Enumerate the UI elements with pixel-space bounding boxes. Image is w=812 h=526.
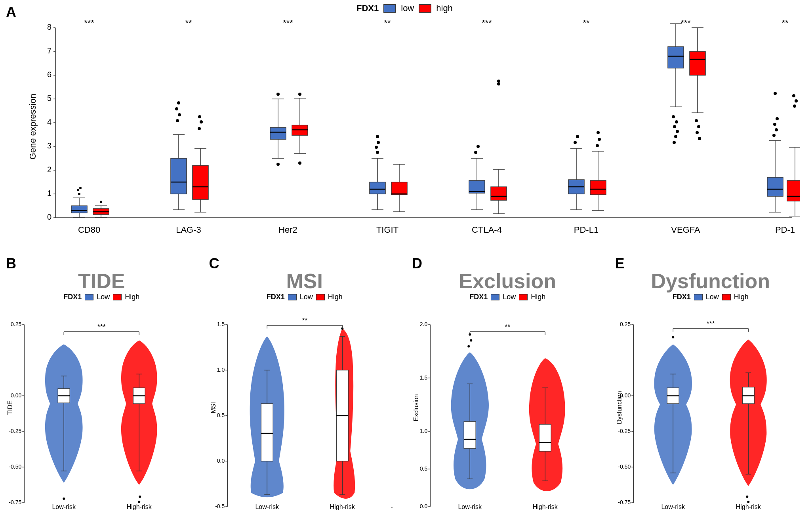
svg-text:2.0: 2.0 [420, 321, 428, 327]
svg-point-111 [477, 145, 480, 148]
svg-point-147 [674, 135, 677, 138]
svg-text:-0.75: -0.75 [9, 499, 21, 505]
svg-text:-0.50: -0.50 [618, 463, 631, 470]
svg-text:***: *** [97, 323, 106, 331]
svg-text:0.5: 0.5 [420, 465, 428, 472]
svg-point-69 [198, 127, 201, 130]
svg-point-96 [377, 141, 380, 144]
svg-text:PD-1: PD-1 [775, 225, 795, 235]
panel-d-high-label: High [531, 293, 545, 301]
panel-c-low-box [288, 294, 297, 300]
panel-a: A FDX1 low high Gene expression 0 1 2 [0, 0, 812, 245]
svg-point-110 [474, 151, 477, 154]
svg-rect-265 [539, 424, 551, 451]
svg-text:3: 3 [47, 141, 51, 150]
panel-c-low-label: Low [300, 293, 313, 301]
svg-rect-151 [690, 51, 705, 75]
svg-text:**: ** [185, 18, 192, 28]
svg-text:***: *** [680, 18, 691, 28]
svg-point-262 [467, 345, 470, 348]
svg-point-71 [198, 115, 201, 118]
svg-point-78 [276, 93, 280, 96]
svg-text:0.00: 0.00 [11, 392, 21, 399]
svg-text:***: *** [482, 18, 492, 28]
svg-point-87 [298, 161, 301, 165]
svg-text:1.5: 1.5 [420, 374, 428, 381]
svg-text:Low-risk: Low-risk [255, 503, 279, 510]
svg-text:-0.50: -0.50 [9, 463, 21, 470]
svg-point-166 [775, 128, 778, 131]
svg-point-62 [177, 101, 180, 104]
panel-d: D Exclusion FDX1 Low High Exclusion 2.0 … [406, 253, 609, 526]
svg-text:***: *** [706, 320, 715, 328]
panel-e-legend: FDX1 Low High [673, 293, 749, 301]
svg-text:***: *** [283, 18, 293, 28]
svg-point-126 [576, 135, 579, 138]
svg-text:-0.25: -0.25 [9, 428, 21, 434]
svg-point-70 [200, 120, 203, 123]
panel-e-violin: Dysfunction 0.25 0.00 -0.25 -0.50 -0.75 [609, 305, 812, 511]
panel-e-high-label: High [734, 293, 749, 301]
panel-b-high-box [113, 294, 122, 300]
svg-rect-172 [787, 180, 800, 201]
panel-e-high-box [722, 294, 731, 300]
svg-point-145 [673, 125, 676, 128]
svg-point-157 [696, 131, 699, 134]
svg-point-95 [375, 146, 378, 149]
svg-rect-114 [491, 187, 507, 200]
svg-text:-0.25: -0.25 [618, 428, 631, 434]
svg-point-134 [598, 138, 601, 141]
svg-point-52 [100, 201, 102, 203]
svg-text:**: ** [782, 18, 789, 28]
panel-d-violin: Exclusion 2.0 1.5 1.0 0.5 0.0 [406, 305, 609, 511]
svg-text:1.5: 1.5 [217, 321, 225, 327]
svg-point-143 [672, 115, 675, 118]
panel-d-low-label: Low [503, 293, 516, 301]
panel-c-high-box [316, 294, 325, 300]
svg-rect-65 [193, 165, 208, 199]
svg-point-168 [776, 117, 779, 120]
svg-text:Exclusion: Exclusion [413, 394, 419, 421]
panel-a-label: A [6, 4, 16, 21]
panel-e-low-box [694, 294, 703, 300]
svg-text:High-risk: High-risk [533, 503, 558, 510]
svg-text:TIDE: TIDE [7, 401, 13, 415]
svg-point-176 [792, 94, 795, 97]
svg-rect-139 [668, 47, 684, 68]
svg-point-97 [376, 135, 379, 138]
svg-point-303 [746, 496, 748, 498]
svg-text:**: ** [583, 18, 590, 28]
panel-b-title: TIDE [78, 269, 125, 293]
panel-c-legend: FDX1 Low High [267, 293, 343, 301]
svg-text:High-risk: High-risk [736, 503, 761, 510]
panel-e-fdx1: FDX1 [673, 293, 691, 301]
svg-point-61 [175, 107, 178, 110]
svg-text:-0.75: -0.75 [618, 499, 631, 505]
svg-text:Low-risk: Low-risk [52, 503, 76, 510]
panel-b-legend: FDX1 Low High [63, 293, 139, 301]
chart-a-svg: Gene expression 0 1 2 3 4 5 6 7 8 [24, 8, 800, 241]
svg-point-136 [497, 80, 500, 83]
panel-c-high-label: High [328, 293, 343, 301]
svg-text:5: 5 [47, 94, 51, 103]
svg-point-167 [773, 123, 776, 126]
svg-text:6: 6 [47, 70, 51, 79]
panel-c-title: MSI [286, 269, 323, 293]
panel-e-low-label: Low [706, 293, 719, 301]
svg-text:1.0: 1.0 [217, 366, 225, 373]
panel-e-label: E [615, 255, 625, 272]
panel-b-label: B [6, 255, 16, 272]
svg-point-118 [497, 82, 500, 85]
svg-rect-129 [590, 180, 606, 195]
svg-point-155 [695, 119, 698, 122]
svg-text:-0.5: -0.5 [215, 503, 225, 509]
svg-point-148 [673, 141, 676, 144]
svg-rect-90 [370, 182, 385, 194]
svg-text:0.0: 0.0 [420, 503, 428, 509]
svg-point-197 [63, 498, 65, 500]
svg-point-177 [795, 99, 798, 103]
svg-text:Gene expression: Gene expression [28, 94, 38, 160]
svg-point-135 [597, 131, 600, 134]
svg-point-79 [276, 163, 280, 166]
svg-rect-74 [270, 127, 286, 139]
